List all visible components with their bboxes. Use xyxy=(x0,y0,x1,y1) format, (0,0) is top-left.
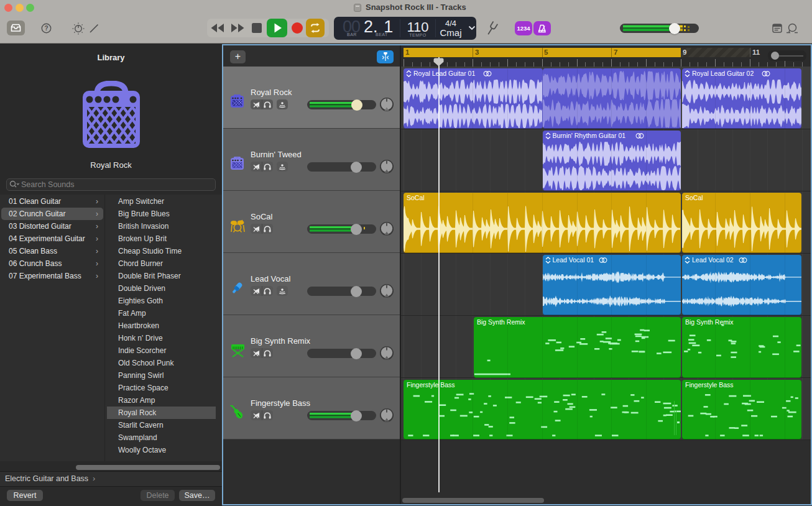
svg-text:?: ? xyxy=(44,25,48,32)
